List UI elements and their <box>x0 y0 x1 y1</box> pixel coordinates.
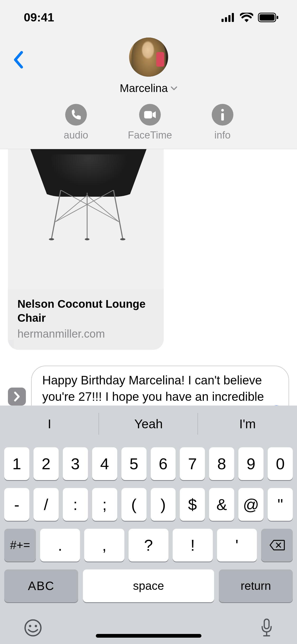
key-amp[interactable]: & <box>209 488 234 521</box>
contact-name-button[interactable]: Marcelina <box>120 82 177 95</box>
key-comma[interactable]: , <box>84 529 124 562</box>
link-domain: hermanmiller.com <box>17 328 154 340</box>
key-space[interactable]: space <box>83 569 214 602</box>
svg-rect-3 <box>232 13 234 22</box>
info-icon <box>212 104 233 126</box>
key-row-3: #+= . , ? ! ' <box>4 529 293 562</box>
svg-rect-9 <box>221 113 224 121</box>
prediction-3[interactable]: I'm <box>198 406 297 442</box>
svg-line-16 <box>87 195 119 222</box>
svg-rect-7 <box>144 111 152 118</box>
key-9[interactable]: 9 <box>238 447 263 480</box>
key-return[interactable]: return <box>219 569 293 602</box>
conversation-header: Marcelina audio FaceTime info <box>0 35 297 149</box>
emoji-icon <box>24 619 42 637</box>
svg-line-10 <box>51 190 61 239</box>
facetime-label: FaceTime <box>128 130 172 141</box>
key-3[interactable]: 3 <box>63 447 88 480</box>
wifi-icon <box>240 13 253 22</box>
prediction-1[interactable]: I <box>0 406 99 442</box>
key-8[interactable]: 8 <box>209 447 234 480</box>
svg-point-8 <box>221 109 224 112</box>
key-6[interactable]: 6 <box>151 447 176 480</box>
svg-line-14 <box>55 190 114 222</box>
key-period[interactable]: . <box>40 529 80 562</box>
key-7[interactable]: 7 <box>180 447 205 480</box>
svg-rect-0 <box>221 19 224 22</box>
delete-icon <box>269 539 285 551</box>
key-2[interactable]: 2 <box>34 447 59 480</box>
microphone-icon <box>260 618 273 638</box>
contact-avatar[interactable] <box>129 38 168 77</box>
chevron-down-icon <box>171 86 177 90</box>
key-slash[interactable]: / <box>34 488 59 521</box>
phone-icon <box>65 104 87 126</box>
back-button[interactable] <box>13 51 23 70</box>
contact-name-label: Marcelina <box>120 82 168 95</box>
key-apostrophe[interactable]: ' <box>217 529 257 562</box>
key-semicolon[interactable]: ; <box>92 488 117 521</box>
expand-apps-button[interactable] <box>8 388 26 406</box>
key-row-bottom: ABC space return <box>0 569 297 610</box>
chevron-right-icon <box>13 391 20 402</box>
svg-rect-6 <box>277 16 278 19</box>
home-indicator[interactable] <box>96 634 201 638</box>
key-symbols[interactable]: #+= <box>4 529 36 562</box>
audio-call-button[interactable]: audio <box>64 104 88 141</box>
svg-rect-1 <box>225 17 227 22</box>
info-button[interactable]: info <box>212 104 233 141</box>
prediction-bar: I Yeah I'm <box>0 406 297 442</box>
key-1[interactable]: 1 <box>4 447 29 480</box>
key-delete[interactable] <box>261 529 293 562</box>
key-row-2: - / : ; ( ) $ & @ " <box>4 488 293 521</box>
key-row-1: 1 2 3 4 5 6 7 8 9 0 <box>4 447 293 480</box>
key-dollar[interactable]: $ <box>180 488 205 521</box>
svg-line-13 <box>61 190 119 222</box>
key-abc[interactable]: ABC <box>4 569 78 602</box>
key-exclaim[interactable]: ! <box>173 529 213 562</box>
emoji-button[interactable] <box>24 619 42 638</box>
status-icons <box>221 13 279 22</box>
svg-point-18 <box>120 238 125 240</box>
key-4[interactable]: 4 <box>92 447 117 480</box>
link-preview-image <box>8 149 164 289</box>
key-dash[interactable]: - <box>4 488 29 521</box>
header-actions: audio FaceTime info <box>0 104 297 141</box>
key-lparen[interactable]: ( <box>121 488 147 521</box>
prediction-2[interactable]: Yeah <box>99 406 198 442</box>
svg-line-15 <box>55 195 87 222</box>
video-icon <box>139 104 161 126</box>
svg-point-21 <box>29 625 31 627</box>
key-5[interactable]: 5 <box>121 447 147 480</box>
link-title: Nelson Coconut Lounge Chair <box>17 297 154 325</box>
info-label: info <box>214 130 230 141</box>
facetime-button[interactable]: FaceTime <box>128 104 172 141</box>
key-at[interactable]: @ <box>238 488 263 521</box>
key-rparen[interactable]: ) <box>151 488 176 521</box>
svg-rect-5 <box>260 14 275 21</box>
conversation-area[interactable]: Nelson Coconut Lounge Chair hermanmiller… <box>0 149 297 350</box>
svg-point-19 <box>85 238 89 240</box>
keyboard: I Yeah I'm 1 2 3 4 5 6 7 8 9 0 - / : ; (… <box>0 406 297 644</box>
dictation-button[interactable] <box>260 618 273 639</box>
link-preview-meta: Nelson Coconut Lounge Chair hermanmiller… <box>8 289 164 350</box>
key-quote[interactable]: " <box>268 488 293 521</box>
status-time: 09:41 <box>24 11 54 24</box>
svg-point-22 <box>35 625 37 627</box>
status-bar: 09:41 <box>0 0 297 35</box>
link-preview-bubble[interactable]: Nelson Coconut Lounge Chair hermanmiller… <box>8 149 164 350</box>
svg-rect-2 <box>228 15 230 22</box>
audio-label: audio <box>64 130 88 141</box>
svg-rect-23 <box>264 619 269 629</box>
svg-point-17 <box>49 238 54 240</box>
key-question[interactable]: ? <box>129 529 168 562</box>
keyboard-toolbar <box>0 610 297 644</box>
key-0[interactable]: 0 <box>268 447 293 480</box>
cellular-icon <box>221 13 235 22</box>
battery-icon <box>258 13 279 22</box>
svg-line-11 <box>114 190 123 239</box>
svg-point-20 <box>25 620 41 636</box>
key-colon[interactable]: : <box>63 488 88 521</box>
